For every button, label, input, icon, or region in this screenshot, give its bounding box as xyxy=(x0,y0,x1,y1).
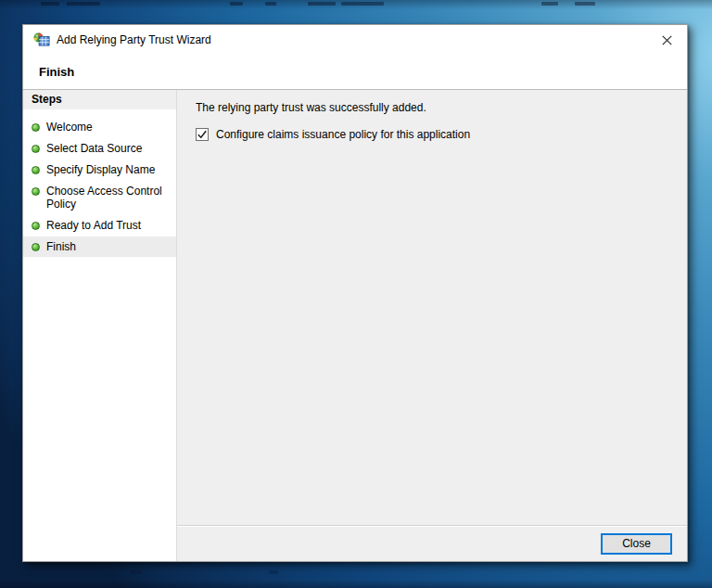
step-item-ready-to-add-trust: Ready to Add Trust xyxy=(23,215,176,236)
background-artifact xyxy=(541,2,558,6)
step-item-choose-access-control-policy: Choose Access Control Policy xyxy=(23,181,176,214)
step-item-specify-display-name: Specify Display Name xyxy=(23,160,176,180)
close-x-glyph xyxy=(662,35,672,45)
background-artifact xyxy=(575,2,595,6)
background-artifact xyxy=(41,2,59,6)
configure-claims-checkbox[interactable] xyxy=(196,128,209,141)
step-label: Ready to Add Trust xyxy=(46,219,141,232)
background-artifact xyxy=(130,570,141,574)
step-label: Choose Access Control Policy xyxy=(46,185,171,211)
green-dot-icon xyxy=(32,187,40,196)
step-label: Select Data Source xyxy=(46,142,142,155)
steps-header: Steps xyxy=(23,90,176,109)
green-dot-icon xyxy=(32,145,40,153)
step-item-welcome: Welcome xyxy=(23,117,176,137)
relying-party-trust-icon xyxy=(33,32,50,47)
steps-sidebar: Steps Welcome Select Data Source Specify… xyxy=(23,90,177,561)
wizard-content-pane: The relying party trust was successfully… xyxy=(177,90,687,561)
background-artifact xyxy=(67,2,100,6)
step-item-select-data-source: Select Data Source xyxy=(23,138,176,159)
background-artifact xyxy=(265,2,276,6)
configure-claims-checkbox-label: Configure claims issuance policy for thi… xyxy=(216,128,470,141)
background-artifact xyxy=(269,570,278,574)
step-item-finish: Finish xyxy=(23,236,176,257)
wizard-body: Steps Welcome Select Data Source Specify… xyxy=(23,90,687,561)
page-title: Finish xyxy=(39,65,74,79)
finish-page-content: The relying party trust was successfully… xyxy=(177,90,687,525)
step-label: Finish xyxy=(46,240,76,253)
background-artifact xyxy=(341,2,384,6)
add-relying-party-trust-wizard-window: Add Relying Party Trust Wizard Finish St… xyxy=(22,24,688,562)
green-dot-icon xyxy=(32,243,40,251)
window-title: Add Relying Party Trust Wizard xyxy=(57,33,211,46)
step-label: Specify Display Name xyxy=(46,163,155,176)
desktop-background: Add Relying Party Trust Wizard Finish St… xyxy=(0,0,712,588)
step-label: Welcome xyxy=(46,121,93,134)
green-dot-icon xyxy=(32,222,40,230)
green-dot-icon xyxy=(32,166,40,174)
green-dot-icon xyxy=(32,123,40,132)
steps-list: Welcome Select Data Source Specify Displ… xyxy=(23,109,176,258)
background-artifact xyxy=(308,2,336,6)
success-message: The relying party trust was successfully… xyxy=(196,101,668,114)
window-titlebar[interactable]: Add Relying Party Trust Wizard xyxy=(23,25,687,55)
wizard-footer: Close xyxy=(177,525,687,561)
checkmark-icon xyxy=(197,129,208,140)
configure-claims-checkbox-row[interactable]: Configure claims issuance policy for thi… xyxy=(196,128,668,141)
close-icon[interactable] xyxy=(655,29,679,51)
close-button[interactable]: Close xyxy=(601,533,672,555)
wizard-page-header: Finish xyxy=(23,55,687,90)
background-artifact xyxy=(230,2,243,6)
